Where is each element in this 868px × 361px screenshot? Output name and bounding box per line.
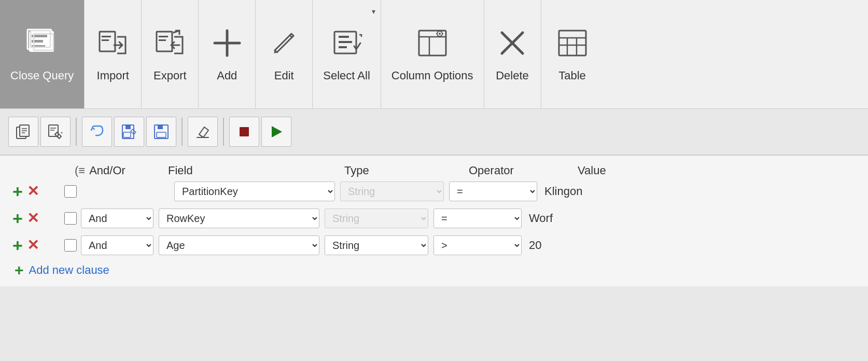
add-clause-plus-icon: + [15,262,24,278]
row-2-andor-select[interactable]: And Or [81,209,153,228]
row-3-value-input[interactable] [527,235,610,255]
import-button[interactable]: Import [85,0,142,108]
svg-rect-8 [102,36,111,37]
svg-rect-18 [339,41,352,43]
export-label: Export [153,69,187,82]
svg-point-24 [439,33,441,35]
svg-rect-50 [240,127,249,136]
close-query-button[interactable]: Close Query [0,0,85,108]
row-2-checkbox[interactable] [64,212,77,225]
row-1-field-select[interactable]: PartitionKey RowKey Age [174,182,335,201]
table-label: Table [558,69,586,82]
table-icon [556,26,589,64]
row-2-add-button[interactable]: + [12,210,23,227]
export-icon [153,26,187,64]
column-options-button[interactable]: Column Options [381,0,484,108]
add-label: Add [217,69,237,82]
save-button[interactable] [146,117,176,147]
top-toolbar: Close Query Import [0,0,868,109]
toolbar-divider-3 [223,118,224,146]
header-andor: (≡ And/Or [75,164,168,177]
svg-rect-31 [559,31,586,55]
bracket-icon: (≡ [75,164,85,177]
clause-row-2: + ✕ And Or PartitionKey RowKey Age Strin… [12,209,856,228]
row-3-add-button[interactable]: + [12,237,23,254]
import-label: Import [97,69,129,82]
header-value: Value [578,164,681,177]
close-query-icon [25,26,59,64]
erase-button[interactable] [188,117,218,147]
row-2-actions: + ✕ [12,210,64,227]
row-2-operator-select[interactable]: = != > < >= <= [433,209,522,228]
save-edit-button[interactable] [114,117,144,147]
add-clause-row: + Add new clause [12,262,856,278]
query-builder: (≡ And/Or Field Type Operator Value + ✕ … [0,156,868,286]
svg-rect-49 [157,132,166,137]
delete-label: Delete [496,69,529,82]
column-options-label: Column Options [391,69,473,82]
row-1-remove-button[interactable]: ✕ [27,184,39,199]
toolbar-divider-1 [76,118,77,146]
row-1-add-button[interactable]: + [12,183,23,200]
undo-button[interactable] [82,117,112,147]
svg-rect-11 [159,36,168,37]
copy-query-button[interactable] [8,117,38,147]
svg-rect-7 [100,32,115,51]
row-2-remove-button[interactable]: ✕ [27,211,39,226]
edit-label: Edit [274,69,294,82]
toolbar-divider-2 [181,118,183,146]
table-button[interactable]: Table [541,0,604,108]
add-button[interactable]: Add [199,0,256,108]
svg-rect-46 [123,132,131,137]
row-3-operator-select[interactable]: = != > < >= <= [433,235,522,255]
add-icon [211,26,244,64]
row-1-operator-select[interactable]: = != > < >= <= [449,182,537,201]
add-clause-button[interactable]: Add new clause [29,263,109,277]
clause-headers: (≡ And/Or Field Type Operator Value [75,164,856,182]
svg-rect-10 [157,32,172,51]
query-toolbar [0,109,868,156]
row-1-type-select[interactable]: String [340,182,444,201]
header-operator: Operator [469,164,578,177]
row-3-andor-select[interactable]: And Or [81,235,153,255]
select-all-icon [330,26,363,64]
select-all-label: Select All [323,69,370,82]
row-3-remove-button[interactable]: ✕ [27,238,39,253]
header-andor-label: And/Or [89,164,125,177]
row-3-checkbox[interactable] [64,239,77,252]
edit-icon [268,26,301,64]
svg-rect-41 [49,125,58,136]
run-button[interactable] [261,117,291,147]
row-2-type-select[interactable]: String [325,209,428,228]
svg-rect-19 [339,46,347,48]
row-1-actions: + ✕ [12,183,64,200]
delete-button[interactable]: Delete [484,0,541,108]
clause-row-1: + ✕ PartitionKey RowKey Age String = != … [12,182,856,201]
column-options-icon [416,26,449,64]
close-query-label: Close Query [10,69,74,82]
row-2-value-input[interactable] [527,209,610,228]
row-1-value-input[interactable] [542,182,625,201]
delete-icon [496,26,529,64]
export-button[interactable]: Export [142,0,199,108]
stop-button[interactable] [229,117,259,147]
import-icon [96,26,130,64]
row-3-type-select[interactable]: String [325,235,428,255]
select-all-button[interactable]: Select All ▾ [313,0,381,108]
clause-row-3: + ✕ And Or PartitionKey RowKey Age Strin… [12,235,856,255]
svg-rect-45 [125,125,131,129]
svg-marker-51 [272,126,282,137]
select-all-dropdown-arrow: ▾ [372,7,375,16]
header-type: Type [344,164,469,177]
row-3-field-select[interactable]: PartitionKey RowKey Age [159,235,319,255]
edit-button[interactable]: Edit [256,0,313,108]
edit-query-button[interactable] [40,117,71,147]
svg-rect-9 [102,39,109,41]
svg-rect-17 [339,36,349,38]
header-field: Field [168,164,344,177]
svg-rect-48 [158,125,163,129]
row-1-checkbox[interactable] [64,185,77,198]
row-2-field-select[interactable]: PartitionKey RowKey Age [159,209,319,228]
row-3-actions: + ✕ [12,237,64,254]
svg-rect-12 [159,39,166,41]
